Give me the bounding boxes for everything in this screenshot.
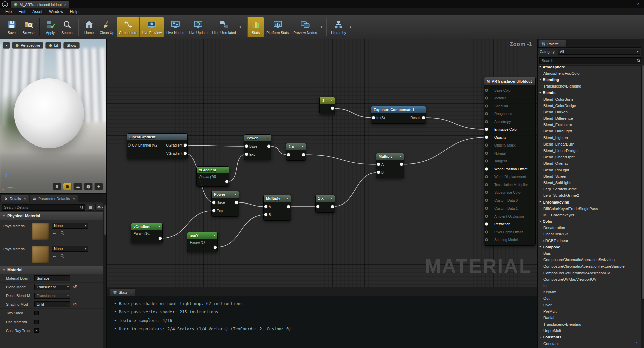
palette-item-blend-linearburn[interactable]: Blend_LinearBurn <box>538 141 641 147</box>
node-caret-icon[interactable]: ▾ <box>225 169 227 172</box>
preview-shape-plane-button[interactable] <box>73 183 82 190</box>
node-caret-icon[interactable]: ▾ <box>302 145 303 148</box>
input-pin[interactable] <box>485 112 488 115</box>
home-button[interactable]: Home <box>81 17 97 37</box>
palette-section-chromakeying[interactable]: ▼Chromakeying <box>538 199 641 205</box>
output-pin[interactable] <box>159 237 162 240</box>
output-pin[interactable] <box>184 152 187 155</box>
maximize-button[interactable]: □ <box>621 0 633 8</box>
input-pin[interactable] <box>485 191 488 194</box>
input-pin[interactable] <box>485 97 488 100</box>
input-pin[interactable] <box>212 209 215 212</box>
palette-item-translucencyblending[interactable]: TranslucencyBlending <box>538 321 641 328</box>
details-search-input[interactable] <box>2 204 85 211</box>
palette-item-premult[interactable]: PreMult <box>538 308 641 314</box>
palette-item-blend-difference[interactable]: Blend_Difference <box>538 115 641 122</box>
input-pin[interactable] <box>485 238 488 241</box>
palette-item-blend-lineardodge[interactable]: Blend_LinearDodge <box>538 147 641 154</box>
palette-section-blends[interactable]: ▼Blends <box>538 90 641 96</box>
palette-item-keymix[interactable]: KeyMix <box>538 289 641 295</box>
material-thumbnail[interactable] <box>32 223 49 240</box>
palette-item-blend-overlay[interactable]: Blend_Overlay <box>538 160 641 167</box>
menu-item-asset[interactable]: Asset <box>29 8 46 15</box>
input-pin[interactable] <box>245 145 248 148</box>
material-graph-canvas[interactable]: Zoom -1 MATERIAL 1▾ExposureCompensate1In… <box>107 39 537 348</box>
input-pin[interactable] <box>485 167 488 170</box>
preview-shape-teapot-button[interactable] <box>94 183 103 190</box>
tab-parameter-defaults[interactable]: Parameter Defaults × <box>30 195 78 202</box>
palette-item-bias[interactable]: Bias <box>538 250 641 256</box>
output-pin[interactable] <box>422 116 425 119</box>
show-button[interactable]: Show <box>63 42 80 49</box>
output-pin[interactable] <box>267 145 270 148</box>
palette-item-lerp-scratchgrime2[interactable]: Lerp_ScratchGrime2 <box>538 192 641 199</box>
tab-stats[interactable]: Stats × <box>110 288 135 296</box>
output-pin[interactable] <box>302 153 305 156</box>
output-pin[interactable] <box>331 107 334 110</box>
input-pin[interactable] <box>485 215 488 218</box>
graph-node-lineargradient[interactable]: LinearGradientUV Channel (V2)UGradientVG… <box>127 133 188 159</box>
platform-stats-button[interactable]: Platform Stats <box>264 17 291 37</box>
connectors-button[interactable]: Connectors <box>117 17 140 37</box>
palette-item-blend-exclusion[interactable]: Blend_Exclusion <box>538 122 641 128</box>
node-caret-icon[interactable]: ▾ <box>159 225 160 228</box>
phys-material-select[interactable]: None▾ <box>52 223 88 229</box>
preview-nodes-dropdown-caret-icon[interactable]: ▾ <box>319 17 324 37</box>
graph-node-main[interactable]: M_ARTranslucentHoldoutBase ColorMetallic… <box>484 77 536 246</box>
input-pin[interactable] <box>372 116 375 119</box>
input-pin[interactable] <box>485 160 488 163</box>
browse-asset-icon[interactable] <box>60 231 65 235</box>
input-pin[interactable] <box>485 144 488 147</box>
tab-details[interactable]: Details × <box>1 195 29 202</box>
node-caret-icon[interactable]: ▾ <box>287 197 288 200</box>
palette-section-compose[interactable]: ▼Compose <box>538 244 641 250</box>
material-thumbnail[interactable] <box>32 246 49 263</box>
input-pin[interactable] <box>128 144 131 147</box>
reset-to-default-icon[interactable]: ↺ <box>73 302 77 307</box>
palette-item-composurechromaticaberrationswizzling[interactable]: ComposureChromaticAberrationSwizzling <box>538 257 641 263</box>
output-pin[interactable] <box>331 205 334 208</box>
use-material-checkbox[interactable] <box>34 320 39 324</box>
tab-close-icon[interactable]: × <box>73 197 75 201</box>
save-button[interactable]: Save <box>3 17 20 37</box>
live-update-button[interactable]: Live Update <box>187 17 210 37</box>
menu-item-window[interactable]: Window <box>46 8 67 15</box>
input-pin[interactable] <box>485 89 488 92</box>
use-selected-asset-icon[interactable]: ← <box>52 253 57 258</box>
palette-item-unpremult[interactable]: UnpreMult <box>538 328 641 334</box>
input-pin[interactable] <box>287 153 290 156</box>
phys-material-select[interactable]: None▾ <box>52 246 88 252</box>
palette-item-atmosphericfogcolor[interactable]: AtmosphericFogColor <box>538 70 641 76</box>
palette-item-constant[interactable]: Constant1 <box>538 340 641 347</box>
palette-item-blend-lighten[interactable]: Blend_Lighten <box>538 134 641 141</box>
preview-viewport[interactable]: ▾ Perspective Lit Show Z x <box>0 39 107 193</box>
tab-close-icon[interactable]: × <box>24 197 26 201</box>
perspective-button[interactable]: Perspective <box>12 42 43 49</box>
output-pin[interactable] <box>287 205 290 208</box>
palette-item-blend-screen[interactable]: Blend_Screen <box>538 173 641 179</box>
blend-mode-select[interactable]: Translucent▾ <box>34 284 70 290</box>
preview-shape-cube-button[interactable] <box>84 183 93 190</box>
use-selected-asset-icon[interactable]: ← <box>52 230 57 235</box>
hide-unrelated-dropdown-caret-icon[interactable]: ▾ <box>238 17 243 37</box>
palette-item-composuregetchromaticaberrationuv[interactable]: ComposureGetChromaticAberrationUV <box>538 270 641 276</box>
tab-palette[interactable]: Palette × <box>539 40 567 47</box>
palette-item-blend-hardlight[interactable]: Blend_HardLight <box>538 128 641 134</box>
hierarchy-dropdown-caret-icon[interactable]: ▾ <box>348 17 353 37</box>
palette-item-blend-pinlight[interactable]: Blend_PinLight <box>538 167 641 173</box>
live-nodes-button[interactable]: Live Nodes <box>164 17 187 37</box>
palette-scrollbar-thumb[interactable] <box>641 65 644 300</box>
section-physical-material[interactable]: ▼ Physical Material <box>0 212 106 220</box>
browse-button[interactable]: Browse <box>20 17 37 37</box>
palette-item-translucencyblending[interactable]: TranslucencyBlending <box>538 83 641 90</box>
graph-node-power2[interactable]: Power▾BaseExp <box>211 191 239 217</box>
node-caret-icon[interactable]: ▾ <box>214 234 215 237</box>
live-preview-button[interactable]: Live Preview <box>139 17 164 37</box>
cast-ray-trac-checkbox[interactable]: ✓ <box>34 328 39 333</box>
input-pin[interactable] <box>485 207 488 210</box>
palette-section-atmosphere[interactable]: ▼Atmosphere <box>538 64 641 70</box>
output-pin[interactable] <box>400 163 403 166</box>
input-pin[interactable] <box>485 128 488 131</box>
palette-item-constant2vector[interactable]: Constant2Vector2 <box>538 347 641 348</box>
shading-mod-select[interactable]: Unlit▾ <box>34 301 70 307</box>
